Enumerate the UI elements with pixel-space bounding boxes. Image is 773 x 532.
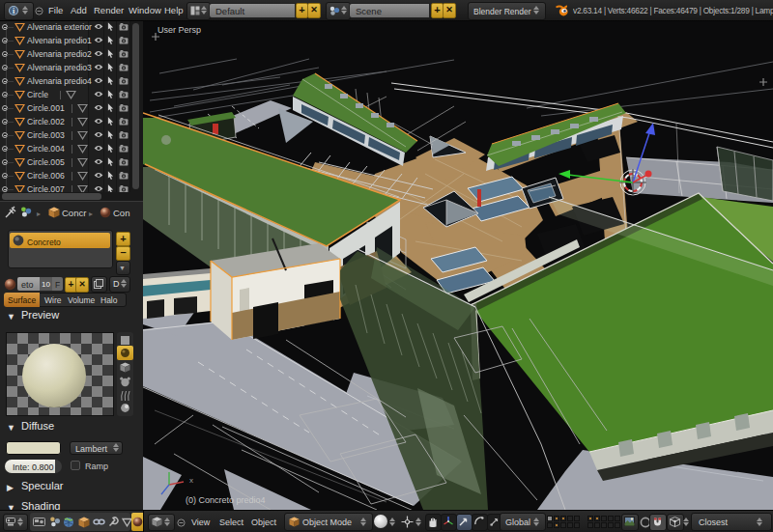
svg-text:User Persp: User Persp (157, 25, 201, 35)
svg-text:x: x (189, 476, 193, 485)
svg-text:(0) Concreto predio4: (0) Concreto predio4 (186, 495, 266, 505)
